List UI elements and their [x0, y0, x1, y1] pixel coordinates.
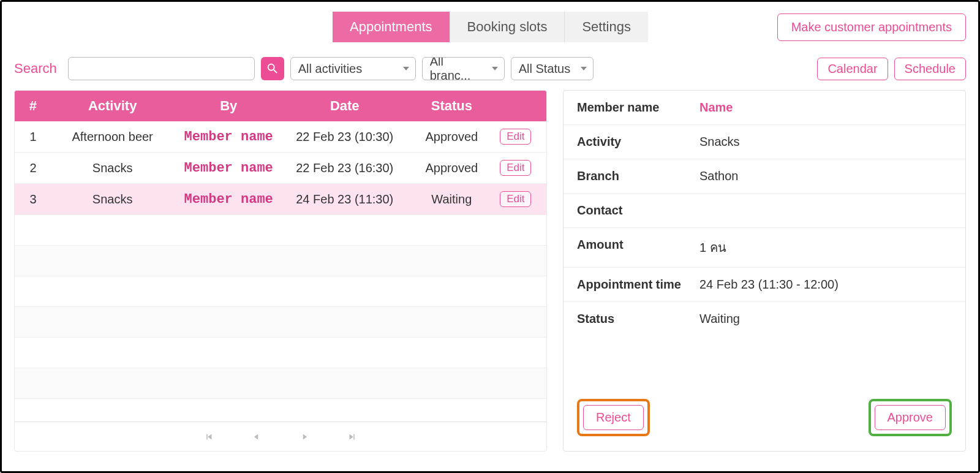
cell-index: 1: [15, 123, 51, 151]
tabs: Appointments Booking slots Settings: [333, 12, 648, 42]
col-header-index: #: [15, 91, 51, 121]
chevron-down-icon: [403, 67, 409, 70]
detail-value-branch: Sathon: [699, 169, 738, 183]
detail-value-status: Waiting: [699, 312, 740, 326]
detail-value-amount: 1 คน: [699, 238, 726, 257]
detail-panel: Member name Name Activity Snacks Branch …: [563, 90, 966, 452]
cell-status: Approved: [406, 154, 498, 183]
branches-dropdown-value: All branc...: [430, 57, 486, 80]
cell-by[interactable]: Member name: [173, 122, 284, 152]
table-row[interactable]: 1Afternoon beerMember name22 Feb 23 (10:…: [15, 121, 546, 153]
reject-button[interactable]: Reject: [583, 405, 644, 430]
reject-highlight: Reject: [577, 399, 650, 436]
detail-label-appointment-time: Appointment time: [577, 278, 699, 292]
col-header-activity: Activity: [51, 91, 174, 121]
search-icon: [266, 62, 279, 75]
col-header-status: Status: [406, 91, 498, 121]
chevron-down-icon: [492, 67, 498, 70]
detail-label-status: Status: [577, 312, 699, 326]
first-page-icon[interactable]: [203, 431, 214, 442]
approve-button[interactable]: Approve: [875, 405, 946, 430]
cell-activity: Afternoon beer: [51, 123, 174, 151]
table-header: # Activity By Date Status: [15, 91, 546, 121]
detail-value-member-name[interactable]: Name: [699, 100, 733, 115]
table-row[interactable]: 2SnacksMember name22 Feb 23 (16:30)Appro…: [15, 153, 546, 184]
tab-settings[interactable]: Settings: [565, 12, 648, 42]
cell-activity: Snacks: [51, 154, 174, 183]
edit-button[interactable]: Edit: [500, 160, 531, 176]
make-customer-appointments-button[interactable]: Make customer appointments: [777, 13, 966, 41]
table-row[interactable]: 3SnacksMember name24 Feb 23 (11:30)Waiti…: [15, 184, 546, 215]
prev-page-icon[interactable]: [251, 431, 262, 442]
col-header-by: By: [173, 91, 284, 121]
detail-value-activity: Snacks: [699, 135, 740, 149]
cell-index: 2: [15, 154, 51, 183]
search-button[interactable]: [261, 57, 284, 80]
cell-by[interactable]: Member name: [173, 184, 284, 214]
detail-label-member-name: Member name: [577, 100, 699, 115]
cell-by[interactable]: Member name: [173, 153, 284, 183]
cell-date: 22 Feb 23 (16:30): [284, 154, 406, 183]
detail-label-contact: Contact: [577, 203, 699, 218]
tab-booking-slots[interactable]: Booking slots: [450, 12, 565, 42]
detail-label-activity: Activity: [577, 135, 699, 149]
cell-date: 22 Feb 23 (10:30): [284, 123, 406, 151]
status-dropdown-value: All Status: [519, 62, 570, 76]
search-label: Search: [14, 61, 57, 77]
activities-dropdown[interactable]: All activities: [290, 57, 416, 80]
edit-button[interactable]: Edit: [500, 129, 531, 145]
schedule-button[interactable]: Schedule: [894, 58, 966, 80]
appointments-table: # Activity By Date Status 1Afternoon bee…: [14, 90, 547, 452]
branches-dropdown[interactable]: All branc...: [422, 57, 505, 80]
cell-status: Approved: [406, 123, 498, 151]
edit-button[interactable]: Edit: [500, 191, 531, 207]
detail-value-appointment-time: 24 Feb 23 (11:30 - 12:00): [699, 278, 839, 292]
detail-label-amount: Amount: [577, 238, 699, 257]
status-dropdown[interactable]: All Status: [511, 57, 594, 80]
approve-highlight: Approve: [869, 399, 952, 436]
chevron-down-icon: [581, 67, 587, 70]
cell-date: 24 Feb 23 (11:30): [284, 185, 406, 214]
tab-appointments[interactable]: Appointments: [333, 12, 450, 42]
next-page-icon[interactable]: [299, 431, 310, 442]
cell-status: Waiting: [406, 185, 498, 214]
cell-index: 3: [15, 185, 51, 214]
search-input[interactable]: [68, 57, 255, 80]
pager: [15, 422, 546, 451]
cell-activity: Snacks: [51, 185, 174, 214]
last-page-icon[interactable]: [347, 431, 358, 442]
calendar-button[interactable]: Calendar: [817, 58, 888, 80]
activities-dropdown-value: All activities: [298, 62, 362, 76]
col-header-date: Date: [284, 91, 406, 121]
detail-label-branch: Branch: [577, 169, 699, 183]
